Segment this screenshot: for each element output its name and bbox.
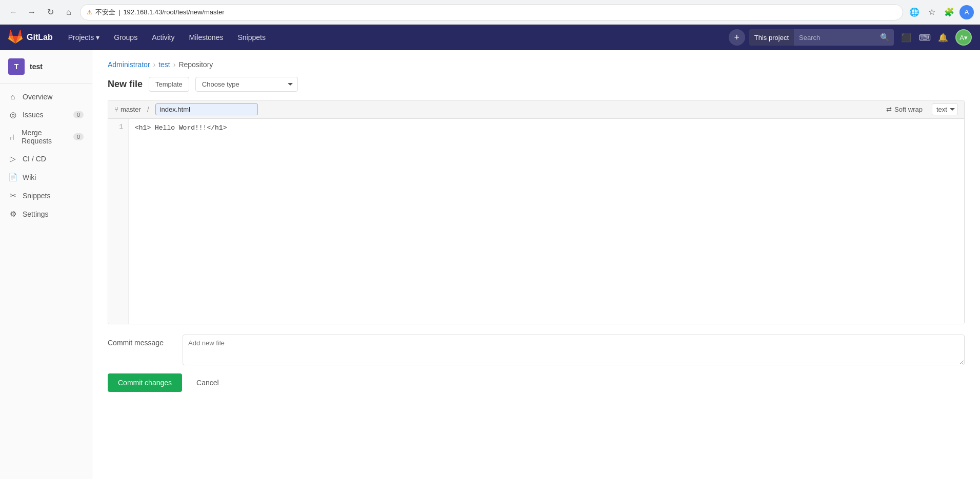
browser-chrome: ← → ↻ ⌂ ⚠ 不安全 | 192.168.1.43/root/test/n… <box>0 0 980 25</box>
code-editor: 1 <h1> Hello Word!!!</h1> <box>108 119 964 324</box>
nav-milestones[interactable]: Milestones <box>182 25 231 50</box>
merge-requests-badge: 0 <box>73 133 84 140</box>
user-avatar-text: A <box>959 34 964 41</box>
ci-cd-icon: ▷ <box>8 154 17 163</box>
template-button[interactable]: Template <box>149 77 189 92</box>
header-right: + This project 🔍 ⬛ ⌨ 🔔 A ▾ <box>729 29 972 46</box>
code-textarea[interactable]: <h1> Hello Word!!!</h1> <box>129 119 964 324</box>
commit-changes-button[interactable]: Commit changes <box>108 373 182 392</box>
nav-projects[interactable]: Projects ▾ <box>61 25 107 50</box>
search-scope-button[interactable]: This project <box>749 29 794 46</box>
path-separator: / <box>145 106 151 114</box>
nav-groups[interactable]: Groups <box>107 25 145 50</box>
breadcrumb: Administrator › test › Repository <box>108 60 965 69</box>
toggle-sidebar-button[interactable]: ⬛ <box>898 29 914 46</box>
editor-toolbar-right: ⇄ Soft wrap text <box>882 103 958 115</box>
branch-icon: ⑂ <box>114 106 118 113</box>
extensions-button[interactable]: 🧩 <box>942 5 956 19</box>
search-area: This project 🔍 <box>749 29 894 46</box>
security-warning-icon: ⚠ <box>87 9 92 16</box>
search-submit-button[interactable]: 🔍 <box>876 33 894 42</box>
home-button[interactable]: ⌂ <box>62 5 76 19</box>
file-editor-header: ⑂ master / ⇄ Soft wrap text <box>108 100 964 119</box>
commit-row: Commit message <box>108 335 965 365</box>
breadcrumb-sep-2: › <box>173 60 176 69</box>
soft-wrap-label: Soft wrap <box>894 106 923 113</box>
project-name: test <box>30 63 43 71</box>
nav-snippets[interactable]: Snippets <box>230 25 272 50</box>
gitlab-fox-icon <box>8 30 23 45</box>
text-mode-select[interactable]: text <box>932 103 958 115</box>
breadcrumb-sep-1: › <box>153 60 155 69</box>
gitlab-header: GitLab Projects ▾ Groups Activity Milest… <box>0 25 980 50</box>
nav-snippets-label: Snippets <box>237 33 265 41</box>
merge-requests-icon: ⑁ <box>8 133 16 141</box>
back-button[interactable]: ← <box>6 5 21 19</box>
breadcrumb-administrator[interactable]: Administrator <box>108 60 150 69</box>
commit-section: Commit message Commit changes Cancel <box>108 335 965 392</box>
browser-actions: 🌐 ☆ 🧩 A <box>907 5 974 19</box>
translate-button[interactable]: 🌐 <box>907 5 922 19</box>
address-separator: | <box>118 8 120 16</box>
gitlab-logo[interactable]: GitLab <box>8 30 53 45</box>
issues-icon: ◎ <box>8 110 17 119</box>
app-layout: T test ⌂ Overview ◎ Issues 0 ⑁ Merge Req… <box>0 50 980 479</box>
security-label: 不安全 <box>95 8 115 17</box>
search-input[interactable] <box>794 29 876 46</box>
sidebar-label-ci-cd: CI / CD <box>23 155 46 163</box>
settings-icon: ⚙ <box>8 210 17 219</box>
address-bar[interactable]: ⚠ 不安全 | 192.168.1.43/root/test/new/maste… <box>80 4 903 20</box>
gitlab-logo-text: GitLab <box>27 33 53 42</box>
bookmark-button[interactable]: ☆ <box>925 5 939 19</box>
sidebar-item-merge-requests[interactable]: ⑁ Merge Requests 0 <box>0 124 92 150</box>
sidebar-label-wiki: Wiki <box>23 173 36 181</box>
filename-input[interactable] <box>155 103 258 115</box>
sidebar-item-snippets[interactable]: ✂ Snippets <box>0 186 92 205</box>
sidebar-label-overview: Overview <box>23 93 52 101</box>
commit-message-input[interactable] <box>183 335 965 365</box>
header-nav: Projects ▾ Groups Activity Milestones Sn… <box>61 25 729 50</box>
issues-badge: 0 <box>73 111 84 118</box>
sidebar-label-merge-requests: Merge Requests <box>22 129 68 145</box>
sidebar: T test ⌂ Overview ◎ Issues 0 ⑁ Merge Req… <box>0 50 92 479</box>
sidebar-label-issues: Issues <box>23 111 43 119</box>
forward-button[interactable]: → <box>25 5 39 19</box>
nav-projects-chevron: ▾ <box>96 33 99 41</box>
user-avatar[interactable]: A ▾ <box>955 29 972 46</box>
commit-actions: Commit changes Cancel <box>108 373 965 392</box>
sidebar-label-settings: Settings <box>23 210 49 218</box>
breadcrumb-test[interactable]: test <box>158 60 170 69</box>
nav-groups-label: Groups <box>114 33 137 41</box>
soft-wrap-button[interactable]: ⇄ Soft wrap <box>882 103 927 115</box>
wiki-icon: 📄 <box>8 173 17 182</box>
line-numbers: 1 <box>108 119 129 324</box>
line-number-1: 1 <box>113 123 123 131</box>
create-new-button[interactable]: + <box>729 29 745 46</box>
nav-activity-label: Activity <box>152 33 174 41</box>
cancel-button[interactable]: Cancel <box>188 373 227 392</box>
page-title: New file <box>108 79 143 90</box>
sidebar-item-ci-cd[interactable]: ▷ CI / CD <box>0 150 92 168</box>
file-editor-container: ⑂ master / ⇄ Soft wrap text 1 <box>108 100 965 324</box>
soft-wrap-icon: ⇄ <box>886 106 892 113</box>
sidebar-item-settings[interactable]: ⚙ Settings <box>0 205 92 223</box>
project-header: T test <box>0 58 92 84</box>
main-content: Administrator › test › Repository New fi… <box>92 50 980 479</box>
sidebar-item-overview[interactable]: ⌂ Overview <box>0 88 92 106</box>
profile-avatar[interactable]: A <box>959 5 974 19</box>
branch-name: master <box>121 106 141 113</box>
overview-icon: ⌂ <box>8 92 17 101</box>
sidebar-item-issues[interactable]: ◎ Issues 0 <box>0 106 92 124</box>
choose-type-select[interactable]: Choose type HTML CSS JavaScript <box>195 77 298 92</box>
branch-indicator: ⑂ master <box>114 106 141 113</box>
keyboard-shortcuts-button[interactable]: ⌨ <box>916 29 933 46</box>
header-icon-buttons: ⬛ ⌨ 🔔 <box>898 29 951 46</box>
snippets-icon: ✂ <box>8 191 17 200</box>
reload-button[interactable]: ↻ <box>43 5 57 19</box>
user-dropdown-chevron: ▾ <box>964 34 968 41</box>
commit-message-label: Commit message <box>108 335 174 347</box>
nav-activity[interactable]: Activity <box>145 25 182 50</box>
sidebar-item-wiki[interactable]: 📄 Wiki <box>0 168 92 186</box>
url-text: 192.168.1.43/root/test/new/master <box>123 8 224 16</box>
notifications-button[interactable]: 🔔 <box>935 29 951 46</box>
